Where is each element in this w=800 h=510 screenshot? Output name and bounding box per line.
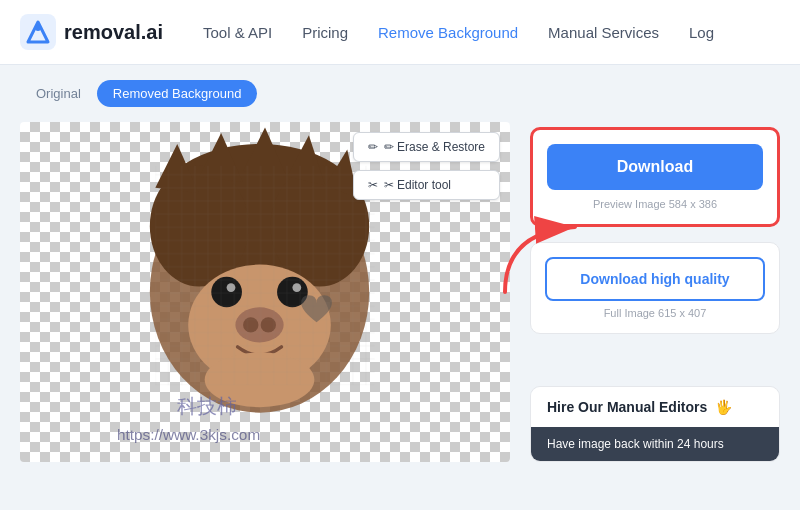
hire-title: Hire Our Manual Editors <box>547 399 707 415</box>
tab-original[interactable]: Original <box>20 80 97 107</box>
nav-pricing[interactable]: Pricing <box>302 24 348 41</box>
nav-remove-background[interactable]: Remove Background <box>378 24 518 41</box>
editor-tool-button[interactable]: ✂ ✂ Editor tool <box>353 170 500 200</box>
svg-rect-0 <box>20 14 56 50</box>
preview-info: Preview Image 584 x 386 <box>547 198 763 210</box>
header: removal.ai Tool & API Pricing Remove Bac… <box>0 0 800 65</box>
erase-restore-label: ✏ Erase & Restore <box>384 140 485 154</box>
image-panel: 科技柿 https://www.3kjs.com ✏ ✏ Erase & Res… <box>20 122 510 462</box>
editor-icon: ✂ <box>368 178 378 192</box>
main-nav: Tool & API Pricing Remove Background Man… <box>203 24 780 41</box>
full-image-info: Full Image 615 x 407 <box>545 307 765 319</box>
logo[interactable]: removal.ai <box>20 14 163 50</box>
hire-emoji: 🖐 <box>715 399 732 415</box>
hire-subtitle: Have image back within 24 hours <box>547 437 724 451</box>
hire-bottom: Have image back within 24 hours <box>531 427 779 461</box>
tab-bar: Original Removed Background <box>20 80 780 107</box>
erase-icon: ✏ <box>368 140 378 154</box>
erase-restore-button[interactable]: ✏ ✏ Erase & Restore <box>353 132 500 162</box>
download-button[interactable]: Download <box>547 144 763 190</box>
nav-tool-api[interactable]: Tool & API <box>203 24 272 41</box>
svg-rect-20 <box>155 166 374 385</box>
svg-point-1 <box>35 25 41 31</box>
download-section: Download Preview Image 584 x 386 <box>530 127 780 227</box>
download-hq-button[interactable]: Download high quality <box>545 257 765 301</box>
content-area: 科技柿 https://www.3kjs.com ✏ ✏ Erase & Res… <box>20 122 780 462</box>
editor-tool-label: ✂ Editor tool <box>384 178 451 192</box>
tab-removed-background[interactable]: Removed Background <box>97 80 258 107</box>
logo-text: removal.ai <box>64 21 163 44</box>
svg-text:https://www.3kjs.com: https://www.3kjs.com <box>117 426 260 443</box>
image-tools: ✏ ✏ Erase & Restore ✂ ✂ Editor tool <box>353 132 500 200</box>
main-content: Original Removed Background <box>0 65 800 510</box>
right-panel: Download Preview Image 584 x 386 Downloa… <box>530 122 780 462</box>
hire-editors-box: Hire Our Manual Editors 🖐 Have image bac… <box>530 386 780 462</box>
logo-icon <box>20 14 56 50</box>
hire-top[interactable]: Hire Our Manual Editors 🖐 <box>531 387 779 427</box>
nav-login[interactable]: Log <box>689 24 714 41</box>
svg-text:科技柿: 科技柿 <box>177 395 237 417</box>
nav-manual-services[interactable]: Manual Services <box>548 24 659 41</box>
download-hq-section: Download high quality Full Image 615 x 4… <box>530 242 780 334</box>
